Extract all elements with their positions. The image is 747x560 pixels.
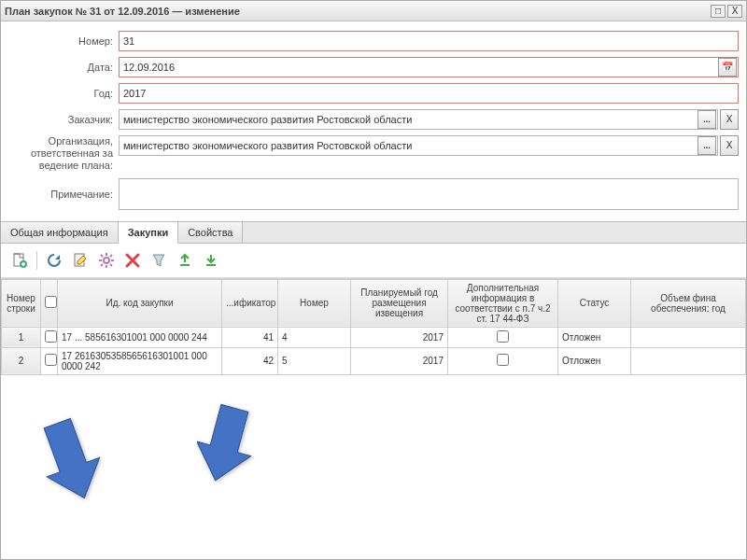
refresh-icon[interactable] (43, 249, 65, 272)
cell-id-code: 17 2616305358565616301001 000 0000 242 (58, 347, 222, 374)
cell-status: Отложен (558, 347, 631, 374)
label-note: Примечание: (8, 189, 119, 200)
tab-general-info[interactable]: Общая информация (1, 222, 119, 243)
row-number: 1 (2, 327, 41, 347)
row-checkbox[interactable] (45, 330, 57, 343)
select-all-checkbox[interactable] (45, 296, 57, 308)
form-area: Номер: 31 Дата: 12.09.2016 Год: 2017 Зак… (1, 21, 746, 221)
svg-rect-13 (206, 264, 216, 266)
label-number: Номер: (8, 35, 119, 47)
label-year: Год: (8, 88, 119, 99)
field-customer[interactable]: министерство экономического развития Рос… (119, 109, 718, 130)
label-date: Дата: (8, 62, 119, 73)
field-note[interactable] (119, 178, 739, 210)
row-number: 2 (2, 347, 41, 374)
cell-id-code: 17 ... 585616301001 000 0000 244 (58, 327, 222, 347)
table-row[interactable]: 2 17 2616305358565616301001 000 0000 242… (2, 347, 746, 374)
field-year[interactable]: 2017 (119, 83, 739, 104)
tab-purchases[interactable]: Закупки (119, 222, 179, 244)
clear-org-button[interactable] (720, 135, 739, 156)
window-title: План закупок № 31 от 12.09.2016 — измене… (5, 6, 240, 17)
col-checkbox[interactable] (41, 279, 58, 327)
calendar-icon[interactable] (718, 58, 737, 77)
import-icon[interactable] (200, 249, 222, 272)
svg-rect-12 (180, 264, 190, 266)
col-id-code[interactable]: Ид. код закупки (58, 279, 222, 327)
gear-icon[interactable] (95, 249, 118, 272)
cell-addl (448, 347, 558, 374)
addl-checkbox[interactable] (497, 354, 509, 366)
svg-line-8 (101, 255, 103, 257)
maximize-button[interactable]: □ (711, 5, 726, 18)
filter-icon[interactable] (148, 249, 170, 272)
lookup-button[interactable] (698, 136, 716, 155)
field-number[interactable]: 31 (119, 31, 739, 51)
field-date[interactable]: 12.09.2016 (119, 57, 739, 77)
new-document-icon[interactable] (8, 249, 31, 272)
table-row[interactable]: 1 17 ... 585616301001 000 0000 244 41 4 … (2, 327, 746, 347)
table-header-row: Номер строки Ид. код закупки ...ификатор… (2, 279, 746, 327)
lookup-button[interactable] (698, 110, 716, 129)
export-icon[interactable] (174, 249, 196, 272)
col-planned-year[interactable]: Планируемый год размещения извещения (351, 279, 448, 327)
label-customer: Заказчик: (8, 114, 119, 125)
cell-year: 2017 (351, 347, 448, 374)
close-button[interactable]: X (727, 5, 742, 18)
label-org: Организация, ответственная за ведение пл… (8, 135, 119, 173)
svg-line-11 (110, 255, 112, 257)
row-checkbox[interactable] (45, 354, 57, 366)
purchases-table: Номер строки Ид. код закупки ...ификатор… (1, 279, 746, 375)
toolbar-separator (36, 251, 37, 270)
svg-line-9 (110, 264, 112, 266)
cell-number: 4 (278, 327, 351, 347)
col-number[interactable]: Номер (278, 279, 351, 327)
col-addl-info[interactable]: Дополнительная информация в соответствии… (448, 279, 558, 327)
cell-classifier: 41 (222, 327, 278, 347)
cell-status: Отложен (558, 327, 631, 347)
cell-number: 5 (278, 347, 351, 374)
tabs: Общая информация Закупки Свойства (1, 221, 746, 244)
clear-customer-button[interactable] (720, 109, 739, 130)
window-titlebar: План закупок № 31 от 12.09.2016 — измене… (1, 1, 746, 21)
edit-icon[interactable] (69, 249, 92, 272)
cell-classifier: 42 (222, 347, 278, 374)
svg-line-10 (101, 264, 103, 266)
cell-funding (631, 327, 746, 347)
addl-checkbox[interactable] (497, 330, 509, 343)
cell-year: 2017 (351, 327, 448, 347)
tab-properties[interactable]: Свойства (178, 222, 243, 243)
col-classifier[interactable]: ...ификатор (222, 279, 278, 327)
col-funding[interactable]: Объем фина обеспечения: год (631, 279, 746, 327)
field-org[interactable]: министерство экономического развития Рос… (119, 135, 718, 156)
col-status[interactable]: Статус (558, 279, 631, 327)
cell-funding (631, 347, 746, 374)
grid-toolbar (1, 244, 746, 278)
svg-point-3 (104, 258, 109, 263)
grid: Номер строки Ид. код закупки ...ификатор… (1, 278, 746, 559)
col-row-num[interactable]: Номер строки (2, 279, 41, 327)
delete-icon[interactable] (121, 249, 144, 272)
cell-addl (448, 327, 558, 347)
